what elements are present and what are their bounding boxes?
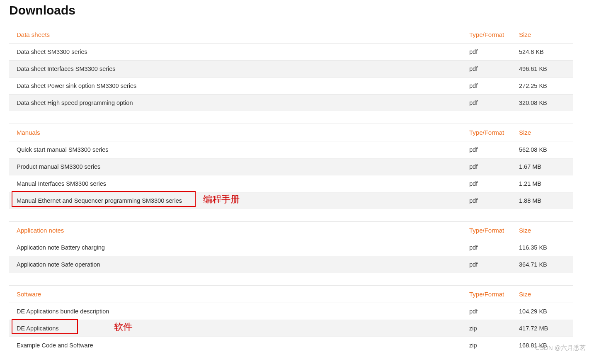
cell-size: 1.21 MB: [512, 175, 573, 192]
cell-size: 417.72 MB: [512, 320, 573, 337]
table-software: Software Type/Format Size DE Application…: [9, 285, 573, 354]
col-header-size[interactable]: Size: [512, 26, 573, 44]
cell-size: 562.08 KB: [512, 141, 573, 158]
cell-type: pdf: [462, 78, 512, 95]
cell-size: 364.71 KB: [512, 256, 573, 273]
cell-size: 496.61 KB: [512, 61, 573, 78]
cell-size: 1.88 MB: [512, 192, 573, 209]
cell-name: Application note Safe operation: [9, 256, 462, 273]
section-manuals: Manuals Type/Format Size Quick start man…: [0, 124, 594, 209]
cell-type: pdf: [462, 44, 512, 61]
cell-name: Manual Ethernet and Sequencer programmin…: [9, 192, 462, 209]
col-header-type[interactable]: Type/Format: [462, 222, 512, 239]
table-row[interactable]: Data sheet SM3300 series pdf 524.8 KB: [9, 44, 573, 61]
table-row[interactable]: Quick start manual SM3300 series pdf 562…: [9, 141, 573, 158]
cell-size: 524.8 KB: [512, 44, 573, 61]
page-title: Downloads: [0, 0, 594, 22]
cell-name: Application note Battery charging: [9, 239, 462, 256]
table-row[interactable]: Manual Ethernet and Sequencer programmin…: [9, 192, 573, 209]
col-header-type[interactable]: Type/Format: [462, 26, 512, 44]
table-row[interactable]: Data sheet High speed programming option…: [9, 95, 573, 112]
col-header-name[interactable]: Data sheets: [9, 26, 462, 44]
cell-type: pdf: [462, 141, 512, 158]
cell-name: DE Applications: [9, 320, 462, 337]
col-header-name[interactable]: Application notes: [9, 222, 462, 239]
col-header-type[interactable]: Type/Format: [462, 286, 512, 303]
cell-name: Quick start manual SM3300 series: [9, 141, 462, 158]
table-row[interactable]: Data sheet Interfaces SM3300 series pdf …: [9, 61, 573, 78]
col-header-size[interactable]: Size: [512, 286, 573, 303]
cell-name: Data sheet High speed programming option: [9, 95, 462, 112]
table-row[interactable]: Example Code and Software zip 168.81 KB: [9, 337, 573, 354]
cell-size: 320.08 KB: [512, 95, 573, 112]
table-row[interactable]: DE Applications zip 417.72 MB: [9, 320, 573, 337]
table-row[interactable]: Application note Safe operation pdf 364.…: [9, 256, 573, 273]
col-header-size[interactable]: Size: [512, 222, 573, 239]
table-row[interactable]: Manual Interfaces SM3300 series pdf 1.21…: [9, 175, 573, 192]
col-header-name[interactable]: Manuals: [9, 124, 462, 141]
cell-size: 272.25 KB: [512, 78, 573, 95]
table-data-sheets: Data sheets Type/Format Size Data sheet …: [9, 26, 573, 111]
cell-type: pdf: [462, 192, 512, 209]
cell-size: 1.67 MB: [512, 158, 573, 175]
section-data-sheets: Data sheets Type/Format Size Data sheet …: [0, 26, 594, 111]
table-manuals: Manuals Type/Format Size Quick start man…: [9, 124, 573, 209]
cell-name: DE Applications bundle description: [9, 303, 462, 320]
cell-type: pdf: [462, 61, 512, 78]
table-app-notes: Application notes Type/Format Size Appli…: [9, 221, 573, 273]
cell-type: pdf: [462, 95, 512, 112]
table-row[interactable]: Data sheet Power sink option SM3300 seri…: [9, 78, 573, 95]
table-row[interactable]: DE Applications bundle description pdf 1…: [9, 303, 573, 320]
cell-type: pdf: [462, 256, 512, 273]
cell-type: pdf: [462, 303, 512, 320]
cell-type: pdf: [462, 239, 512, 256]
col-header-type[interactable]: Type/Format: [462, 124, 512, 141]
cell-name: Data sheet SM3300 series: [9, 44, 462, 61]
cell-type: pdf: [462, 158, 512, 175]
cell-size: 116.35 KB: [512, 239, 573, 256]
table-row[interactable]: Application note Battery charging pdf 11…: [9, 239, 573, 256]
table-row[interactable]: Product manual SM3300 series pdf 1.67 MB: [9, 158, 573, 175]
col-header-name[interactable]: Software: [9, 286, 462, 303]
section-app-notes: Application notes Type/Format Size Appli…: [0, 221, 594, 273]
section-software: Software Type/Format Size DE Application…: [0, 285, 594, 354]
cell-name: Product manual SM3300 series: [9, 158, 462, 175]
cell-type: zip: [462, 320, 512, 337]
cell-size: 104.29 KB: [512, 303, 573, 320]
cell-name: Data sheet Power sink option SM3300 seri…: [9, 78, 462, 95]
cell-name: Manual Interfaces SM3300 series: [9, 175, 462, 192]
cell-name: Example Code and Software: [9, 337, 462, 354]
cell-type: pdf: [462, 175, 512, 192]
cell-type: zip: [462, 337, 512, 354]
col-header-size[interactable]: Size: [512, 124, 573, 141]
cell-name: Data sheet Interfaces SM3300 series: [9, 61, 462, 78]
cell-size: 168.81 KB: [512, 337, 573, 354]
